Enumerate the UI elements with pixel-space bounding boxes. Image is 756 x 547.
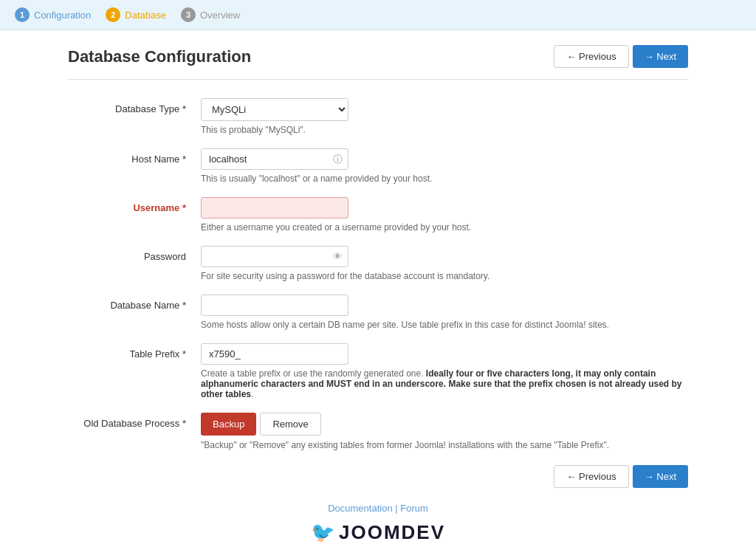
table-prefix-help-part2: .: [251, 389, 253, 399]
database-name-label: Database Name *: [68, 295, 201, 311]
host-name-row: Host Name * ⓘ This is usually "localhost…: [68, 148, 688, 184]
database-type-help: This is probably "MySQLi".: [201, 125, 688, 135]
info-icon: ⓘ: [333, 153, 343, 166]
password-help: For site security using a password for t…: [201, 271, 688, 281]
host-name-help: This is usually "localhost" or a name pr…: [201, 173, 688, 184]
header-next-button[interactable]: → Next: [633, 45, 688, 68]
old-db-process-field: Backup Remove "Backup" or "Remove" any e…: [201, 413, 688, 450]
table-prefix-label: Table Prefix *: [68, 343, 201, 359]
table-prefix-field: Create a table prefix or use the randoml…: [201, 343, 688, 399]
password-field: 👁 For site security using a password for…: [201, 246, 688, 281]
host-name-label: Host Name *: [68, 148, 201, 165]
step-overview[interactable]: 3 Overview: [181, 7, 240, 22]
table-prefix-row: Table Prefix * Create a table prefix or …: [68, 343, 688, 399]
database-type-row: Database Type * MySQLi MySQL (PDO) Postg…: [68, 98, 688, 135]
footer-links: Documentation | Forum: [68, 503, 688, 514]
database-type-field: MySQLi MySQL (PDO) PostgreSQL SQLite Thi…: [201, 98, 688, 135]
footer-next-button[interactable]: → Next: [633, 465, 688, 488]
remove-button[interactable]: Remove: [260, 413, 320, 436]
password-input[interactable]: [201, 246, 348, 267]
old-db-process-row: Old Database Process * Backup Remove "Ba…: [68, 413, 688, 450]
logo: 🐦JOOMDEV: [311, 521, 445, 543]
header-button-group: ← Previous → Next: [554, 45, 688, 68]
host-name-input[interactable]: [201, 148, 348, 170]
backup-button[interactable]: Backup: [201, 413, 256, 436]
steps-nav: 1 Configuration 2 Database 3 Overview: [0, 0, 756, 30]
database-name-row: Database Name * Some hosts allow only a …: [68, 295, 688, 330]
table-prefix-help-part1: Create a table prefix or use the randoml…: [201, 368, 426, 379]
database-name-field: Some hosts allow only a certain DB name …: [201, 295, 688, 330]
step-3-number: 3: [181, 7, 196, 22]
footer-button-group: ← Previous → Next: [554, 465, 688, 488]
footer-previous-button[interactable]: ← Previous: [554, 465, 628, 488]
host-name-field: ⓘ This is usually "localhost" or a name …: [201, 148, 688, 184]
old-db-process-label: Old Database Process *: [68, 413, 201, 429]
step-2-label: Database: [125, 10, 166, 21]
page-title: Database Configuration: [68, 47, 251, 66]
header-previous-button[interactable]: ← Previous: [554, 45, 628, 68]
footer-separator: |: [393, 503, 401, 514]
username-label: Username *: [68, 197, 201, 213]
database-type-select[interactable]: MySQLi MySQL (PDO) PostgreSQL SQLite: [201, 98, 348, 121]
password-row: Password 👁 For site security using a pas…: [68, 246, 688, 281]
logo-section: 🐦JOOMDEV: [68, 521, 688, 544]
step-1-label: Configuration: [34, 10, 91, 21]
documentation-link[interactable]: Documentation: [328, 503, 392, 514]
step-2-number: 2: [106, 7, 120, 22]
username-help: Either a username you created or a usern…: [201, 222, 688, 233]
step-3-label: Overview: [200, 10, 240, 21]
username-field: Either a username you created or a usern…: [201, 197, 688, 233]
database-form: Database Type * MySQLi MySQL (PDO) Postg…: [68, 98, 688, 450]
step-configuration[interactable]: 1 Configuration: [15, 7, 91, 22]
step-1-number: 1: [15, 7, 30, 22]
step-database[interactable]: 2 Database: [106, 7, 166, 22]
old-db-process-help: "Backup" or "Remove" any existing tables…: [201, 440, 688, 450]
table-prefix-input[interactable]: [201, 343, 348, 365]
database-name-help: Some hosts allow only a certain DB name …: [201, 320, 688, 330]
eye-icon: 👁: [333, 251, 343, 262]
password-label: Password: [68, 246, 201, 262]
database-name-input[interactable]: [201, 295, 348, 316]
forum-link[interactable]: Forum: [400, 503, 428, 514]
table-prefix-help: Create a table prefix or use the randoml…: [201, 368, 688, 399]
username-input[interactable]: [201, 197, 348, 219]
old-db-buttons: Backup Remove: [201, 413, 688, 436]
database-type-label: Database Type *: [68, 98, 201, 114]
page-header: Database Configuration ← Previous → Next: [68, 45, 688, 80]
username-row: Username * Either a username you created…: [68, 197, 688, 233]
logo-bird-icon: 🐦: [311, 521, 336, 544]
footer-nav: ← Previous → Next: [68, 465, 688, 488]
